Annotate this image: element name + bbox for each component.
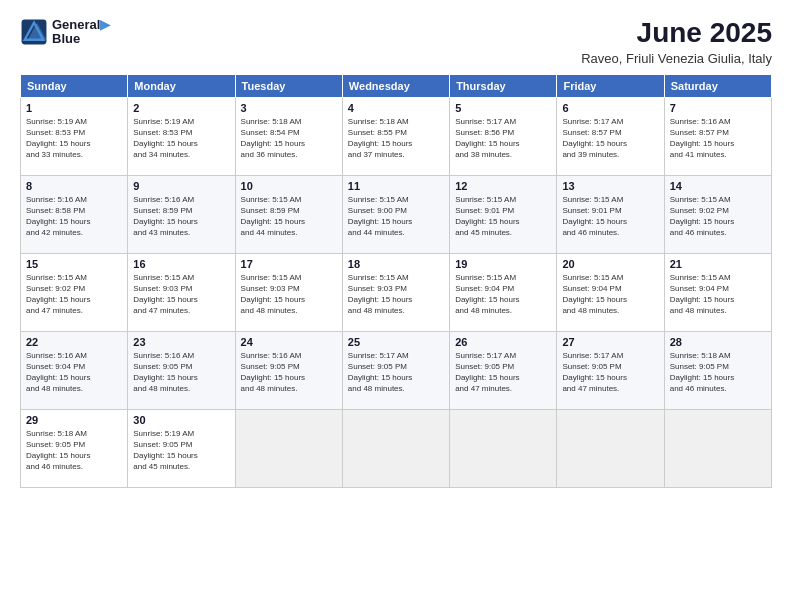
day-info: Sunrise: 5:15 AM Sunset: 9:04 PM Dayligh… [455,272,551,317]
day-info: Sunrise: 5:17 AM Sunset: 9:05 PM Dayligh… [348,350,444,395]
calendar-cell: 22Sunrise: 5:16 AM Sunset: 9:04 PM Dayli… [21,331,128,409]
calendar-cell: 17Sunrise: 5:15 AM Sunset: 9:03 PM Dayli… [235,253,342,331]
day-info: Sunrise: 5:16 AM Sunset: 8:59 PM Dayligh… [133,194,229,239]
calendar-cell: 8Sunrise: 5:16 AM Sunset: 8:58 PM Daylig… [21,175,128,253]
title-block: June 2025 Raveo, Friuli Venezia Giulia, … [581,18,772,66]
calendar-cell [557,409,664,487]
day-info: Sunrise: 5:16 AM Sunset: 9:04 PM Dayligh… [26,350,122,395]
day-info: Sunrise: 5:17 AM Sunset: 8:56 PM Dayligh… [455,116,551,161]
day-number: 20 [562,258,658,270]
calendar-cell: 20Sunrise: 5:15 AM Sunset: 9:04 PM Dayli… [557,253,664,331]
calendar-cell: 21Sunrise: 5:15 AM Sunset: 9:04 PM Dayli… [664,253,771,331]
col-header-sunday: Sunday [21,74,128,97]
day-number: 7 [670,102,766,114]
day-number: 13 [562,180,658,192]
calendar-cell [450,409,557,487]
day-number: 18 [348,258,444,270]
calendar-cell: 30Sunrise: 5:19 AM Sunset: 9:05 PM Dayli… [128,409,235,487]
calendar: SundayMondayTuesdayWednesdayThursdayFrid… [20,74,772,488]
day-number: 27 [562,336,658,348]
calendar-cell: 4Sunrise: 5:18 AM Sunset: 8:55 PM Daylig… [342,97,449,175]
day-number: 25 [348,336,444,348]
calendar-cell: 14Sunrise: 5:15 AM Sunset: 9:02 PM Dayli… [664,175,771,253]
calendar-cell: 27Sunrise: 5:17 AM Sunset: 9:05 PM Dayli… [557,331,664,409]
calendar-cell: 29Sunrise: 5:18 AM Sunset: 9:05 PM Dayli… [21,409,128,487]
col-header-monday: Monday [128,74,235,97]
day-number: 22 [26,336,122,348]
calendar-cell: 12Sunrise: 5:15 AM Sunset: 9:01 PM Dayli… [450,175,557,253]
logo: General▶ Blue [20,18,110,47]
day-number: 19 [455,258,551,270]
day-info: Sunrise: 5:15 AM Sunset: 8:59 PM Dayligh… [241,194,337,239]
day-info: Sunrise: 5:15 AM Sunset: 9:01 PM Dayligh… [562,194,658,239]
day-info: Sunrise: 5:19 AM Sunset: 8:53 PM Dayligh… [26,116,122,161]
day-info: Sunrise: 5:15 AM Sunset: 9:01 PM Dayligh… [455,194,551,239]
day-number: 17 [241,258,337,270]
day-info: Sunrise: 5:15 AM Sunset: 9:03 PM Dayligh… [133,272,229,317]
day-number: 11 [348,180,444,192]
calendar-cell: 15Sunrise: 5:15 AM Sunset: 9:02 PM Dayli… [21,253,128,331]
col-header-thursday: Thursday [450,74,557,97]
calendar-cell: 26Sunrise: 5:17 AM Sunset: 9:05 PM Dayli… [450,331,557,409]
calendar-cell: 9Sunrise: 5:16 AM Sunset: 8:59 PM Daylig… [128,175,235,253]
day-info: Sunrise: 5:15 AM Sunset: 9:00 PM Dayligh… [348,194,444,239]
day-number: 5 [455,102,551,114]
day-info: Sunrise: 5:15 AM Sunset: 9:03 PM Dayligh… [348,272,444,317]
day-info: Sunrise: 5:15 AM Sunset: 9:02 PM Dayligh… [670,194,766,239]
day-number: 12 [455,180,551,192]
calendar-cell: 11Sunrise: 5:15 AM Sunset: 9:00 PM Dayli… [342,175,449,253]
col-header-saturday: Saturday [664,74,771,97]
calendar-cell: 10Sunrise: 5:15 AM Sunset: 8:59 PM Dayli… [235,175,342,253]
day-info: Sunrise: 5:17 AM Sunset: 8:57 PM Dayligh… [562,116,658,161]
day-number: 14 [670,180,766,192]
col-header-wednesday: Wednesday [342,74,449,97]
day-info: Sunrise: 5:16 AM Sunset: 9:05 PM Dayligh… [133,350,229,395]
calendar-cell [342,409,449,487]
day-number: 2 [133,102,229,114]
calendar-cell: 25Sunrise: 5:17 AM Sunset: 9:05 PM Dayli… [342,331,449,409]
day-number: 8 [26,180,122,192]
day-number: 9 [133,180,229,192]
day-number: 30 [133,414,229,426]
day-info: Sunrise: 5:17 AM Sunset: 9:05 PM Dayligh… [455,350,551,395]
day-number: 23 [133,336,229,348]
calendar-cell: 23Sunrise: 5:16 AM Sunset: 9:05 PM Dayli… [128,331,235,409]
day-info: Sunrise: 5:18 AM Sunset: 9:05 PM Dayligh… [26,428,122,473]
calendar-cell: 3Sunrise: 5:18 AM Sunset: 8:54 PM Daylig… [235,97,342,175]
day-info: Sunrise: 5:16 AM Sunset: 8:57 PM Dayligh… [670,116,766,161]
day-info: Sunrise: 5:15 AM Sunset: 9:03 PM Dayligh… [241,272,337,317]
calendar-cell: 13Sunrise: 5:15 AM Sunset: 9:01 PM Dayli… [557,175,664,253]
location-subtitle: Raveo, Friuli Venezia Giulia, Italy [581,51,772,66]
calendar-cell: 24Sunrise: 5:16 AM Sunset: 9:05 PM Dayli… [235,331,342,409]
day-info: Sunrise: 5:15 AM Sunset: 9:02 PM Dayligh… [26,272,122,317]
day-info: Sunrise: 5:18 AM Sunset: 8:55 PM Dayligh… [348,116,444,161]
day-number: 4 [348,102,444,114]
day-info: Sunrise: 5:19 AM Sunset: 8:53 PM Dayligh… [133,116,229,161]
calendar-cell: 5Sunrise: 5:17 AM Sunset: 8:56 PM Daylig… [450,97,557,175]
calendar-cell [235,409,342,487]
day-info: Sunrise: 5:19 AM Sunset: 9:05 PM Dayligh… [133,428,229,473]
day-info: Sunrise: 5:18 AM Sunset: 8:54 PM Dayligh… [241,116,337,161]
month-title: June 2025 [581,18,772,49]
logo-text: General▶ Blue [52,18,110,47]
day-number: 10 [241,180,337,192]
day-number: 3 [241,102,337,114]
day-info: Sunrise: 5:16 AM Sunset: 8:58 PM Dayligh… [26,194,122,239]
day-number: 28 [670,336,766,348]
day-number: 16 [133,258,229,270]
day-info: Sunrise: 5:15 AM Sunset: 9:04 PM Dayligh… [670,272,766,317]
day-number: 1 [26,102,122,114]
day-number: 6 [562,102,658,114]
day-number: 21 [670,258,766,270]
day-info: Sunrise: 5:17 AM Sunset: 9:05 PM Dayligh… [562,350,658,395]
day-number: 24 [241,336,337,348]
calendar-cell: 1Sunrise: 5:19 AM Sunset: 8:53 PM Daylig… [21,97,128,175]
col-header-friday: Friday [557,74,664,97]
day-number: 26 [455,336,551,348]
day-info: Sunrise: 5:18 AM Sunset: 9:05 PM Dayligh… [670,350,766,395]
day-number: 15 [26,258,122,270]
day-info: Sunrise: 5:15 AM Sunset: 9:04 PM Dayligh… [562,272,658,317]
calendar-cell: 6Sunrise: 5:17 AM Sunset: 8:57 PM Daylig… [557,97,664,175]
day-info: Sunrise: 5:16 AM Sunset: 9:05 PM Dayligh… [241,350,337,395]
calendar-cell: 7Sunrise: 5:16 AM Sunset: 8:57 PM Daylig… [664,97,771,175]
